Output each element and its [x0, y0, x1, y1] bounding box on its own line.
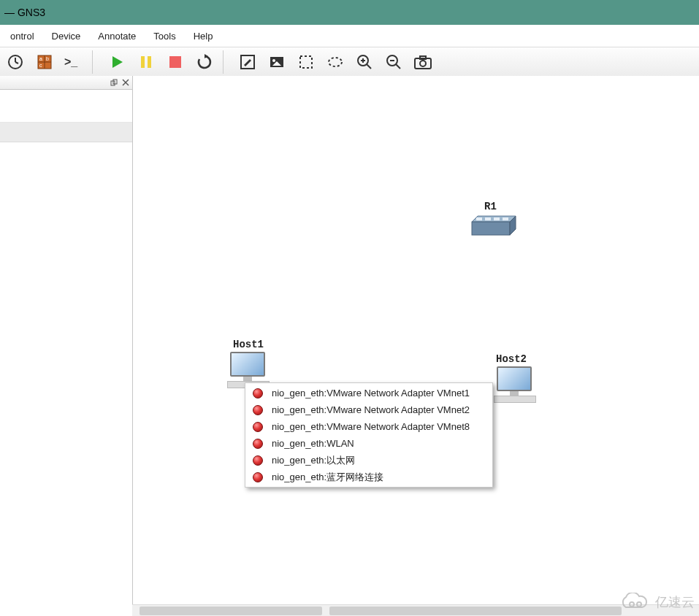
marquee-icon[interactable]: [294, 50, 318, 74]
svg-rect-19: [300, 56, 312, 68]
side-panel-row[interactable]: [0, 123, 132, 142]
zoom-out-icon[interactable]: [381, 50, 406, 74]
ctx-item-wlan[interactable]: nio_gen_eth:WLAN: [245, 435, 492, 452]
grid-abc-icon[interactable]: abc: [32, 50, 57, 74]
svg-point-20: [329, 58, 342, 66]
scrollbar-thumb[interactable]: [140, 607, 322, 615]
router-label: R1: [484, 201, 497, 212]
svg-text:b: b: [46, 56, 49, 61]
workspace: R1 Host1 Host2 nio_gen_eth:VMware Networ…: [0, 76, 699, 604]
status-dot-icon: [253, 388, 263, 399]
status-dot-icon: [253, 405, 263, 415]
menu-help[interactable]: Help: [185, 28, 222, 45]
svg-rect-36: [472, 222, 510, 235]
status-dot-icon: [253, 439, 263, 449]
menu-annotate[interactable]: Annotate: [89, 28, 145, 45]
title-text: — GNS3: [4, 7, 45, 18]
image-icon[interactable]: [264, 50, 289, 74]
svg-text:c: c: [39, 63, 42, 68]
topology-canvas[interactable]: R1 Host1 Host2 nio_gen_eth:VMware Networ…: [133, 76, 699, 604]
status-dot-icon: [253, 472, 263, 482]
svg-line-2: [15, 62, 18, 63]
router-node[interactable]: [467, 215, 520, 235]
menu-tools[interactable]: Tools: [145, 28, 184, 45]
side-panel-header: [0, 76, 132, 90]
ctx-item-label: nio_gen_eth:蓝牙网络连接: [272, 471, 383, 484]
host2-node[interactable]: [494, 366, 535, 401]
reload-icon[interactable]: [192, 50, 217, 74]
pause-icon[interactable]: [134, 50, 158, 74]
svg-line-26: [396, 64, 400, 69]
title-bar: — GNS3: [0, 0, 699, 25]
play-icon[interactable]: [104, 50, 129, 74]
ctx-item-ethernet[interactable]: nio_gen_eth:以太网: [245, 452, 492, 469]
svg-rect-12: [148, 56, 151, 68]
svg-point-42: [630, 602, 634, 607]
stop-icon[interactable]: [163, 50, 188, 74]
svg-line-22: [367, 64, 371, 69]
host2-label: Host2: [496, 353, 527, 365]
host1-label: Host1: [233, 339, 264, 350]
svg-rect-11: [141, 56, 145, 68]
console-icon[interactable]: >_: [61, 50, 86, 74]
ctx-item-vmnet1[interactable]: nio_gen_eth:VMware Network Adapter VMnet…: [245, 385, 492, 401]
menu-bar: ontrol Device Annotate Tools Help: [0, 25, 699, 47]
toolbar: abc >_: [0, 47, 699, 77]
svg-text:a: a: [39, 56, 42, 61]
ellipse-icon[interactable]: [323, 50, 348, 74]
svg-point-43: [637, 602, 641, 607]
side-panel: [0, 76, 133, 604]
menu-device[interactable]: Device: [43, 28, 90, 45]
ctx-item-bluetooth[interactable]: nio_gen_eth:蓝牙网络连接: [245, 469, 492, 485]
undock-icon[interactable]: [109, 77, 119, 88]
ctx-item-vmnet8[interactable]: nio_gen_eth:VMware Network Adapter VMnet…: [245, 418, 492, 435]
close-icon[interactable]: [121, 77, 131, 88]
horizontal-scrollbar[interactable]: [132, 604, 699, 616]
status-dot-icon: [253, 455, 263, 466]
svg-rect-39: [485, 217, 491, 220]
svg-text:>_: >_: [64, 55, 78, 68]
svg-rect-41: [503, 217, 508, 220]
svg-rect-40: [494, 217, 500, 220]
host1-node[interactable]: [227, 352, 268, 387]
ctx-item-label: nio_gen_eth:VMware Network Adapter VMnet…: [272, 421, 470, 432]
side-panel-toolbar: [0, 90, 132, 123]
svg-point-30: [420, 61, 426, 66]
ctx-item-label: nio_gen_eth:以太网: [272, 454, 355, 467]
ctx-item-vmnet2[interactable]: nio_gen_eth:VMware Network Adapter VMnet…: [245, 401, 492, 418]
svg-point-17: [272, 59, 275, 62]
camera-icon[interactable]: [410, 50, 435, 74]
svg-rect-38: [476, 217, 482, 220]
svg-marker-10: [112, 56, 123, 68]
zoom-in-icon[interactable]: [352, 50, 377, 74]
note-icon[interactable]: [235, 50, 260, 74]
toolbar-separator: [223, 50, 229, 74]
toolbar-separator: [92, 50, 99, 74]
ctx-item-label: nio_gen_eth:VMware Network Adapter VMnet…: [272, 404, 470, 415]
menu-control[interactable]: ontrol: [1, 28, 43, 45]
scrollbar-thumb[interactable]: [329, 607, 622, 615]
ctx-item-label: nio_gen_eth:WLAN: [272, 438, 354, 449]
watermark-text: 亿速云: [655, 593, 695, 611]
watermark: 亿速云: [620, 593, 695, 612]
ctx-item-label: nio_gen_eth:VMware Network Adapter VMnet…: [272, 388, 470, 399]
clock-icon[interactable]: [3, 50, 28, 74]
svg-rect-13: [169, 56, 181, 68]
status-dot-icon: [253, 422, 263, 432]
interface-context-menu: nio_gen_eth:VMware Network Adapter VMnet…: [245, 382, 493, 488]
